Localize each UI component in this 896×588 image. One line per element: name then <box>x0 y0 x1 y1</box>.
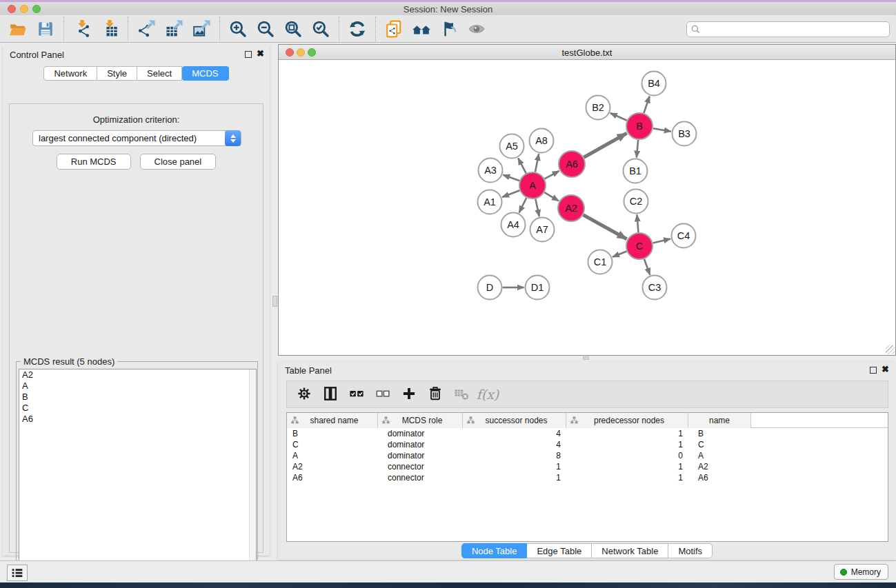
reset-view-button[interactable] <box>408 17 435 41</box>
cell-MCDS-role[interactable]: connector <box>378 472 463 483</box>
table-row[interactable]: A2connector11A2 <box>287 461 888 472</box>
delete-column-button[interactable] <box>424 383 447 405</box>
cell-name[interactable]: A2 <box>688 461 751 472</box>
node-A4[interactable]: A4 <box>501 213 526 237</box>
table-row[interactable]: Bdominator41B <box>287 428 888 439</box>
node-D[interactable]: D <box>478 276 502 300</box>
edge-A6-B[interactable] <box>584 133 626 157</box>
node-C4[interactable]: C4 <box>672 224 696 248</box>
optimization-criterion-select[interactable]: largest connected component (directed) <box>32 130 241 146</box>
edge-C-C4[interactable] <box>653 239 671 243</box>
cell-shared-name[interactable]: A2 <box>287 461 378 472</box>
mcds-result-item[interactable]: B <box>19 392 256 403</box>
edge-A-A2[interactable] <box>544 192 559 201</box>
cell-name[interactable]: A6 <box>688 472 751 483</box>
edge-B-B4[interactable] <box>644 97 649 114</box>
node-A2[interactable]: A2 <box>558 195 584 221</box>
result-list-scrollbar[interactable] <box>249 369 256 588</box>
zoom-selected-button[interactable] <box>307 17 335 41</box>
cell-MCDS-role[interactable]: dominator <box>378 450 463 461</box>
edge-A-A7[interactable] <box>535 199 539 217</box>
tab-style[interactable]: Style <box>97 66 137 81</box>
node-A6[interactable]: A6 <box>559 151 585 177</box>
close-panel-icon[interactable]: ✖ <box>257 49 264 59</box>
edge-A-A3[interactable] <box>503 175 519 181</box>
cell-shared-name[interactable]: C <box>287 439 378 450</box>
cell-predecessor-nodes[interactable]: 1 <box>566 439 688 450</box>
tab-mcds[interactable]: MCDS <box>182 66 228 81</box>
toggle-columns-button[interactable] <box>319 383 342 405</box>
network-window-titlebar[interactable]: testGlobe.txt <box>279 45 895 60</box>
table-row[interactable]: A6connector11A6 <box>287 472 888 483</box>
create-column-button[interactable] <box>397 383 421 405</box>
table-row[interactable]: Cdominator41C <box>287 439 888 450</box>
import-table-button[interactable] <box>96 17 123 41</box>
node-A8[interactable]: A8 <box>530 129 554 153</box>
function-builder-button[interactable]: f(x) <box>476 383 499 405</box>
cell-successor-nodes[interactable]: 4 <box>463 439 566 450</box>
open-session-button[interactable] <box>4 17 32 41</box>
node-C[interactable]: C <box>626 233 653 259</box>
zoom-out-button[interactable] <box>252 17 279 41</box>
node-A3[interactable]: A3 <box>479 159 503 183</box>
select-all-rows-button[interactable] <box>345 383 368 405</box>
cell-MCDS-role[interactable]: dominator <box>378 439 463 450</box>
cell-successor-nodes[interactable]: 1 <box>463 472 566 483</box>
node-table[interactable]: shared nameMCDS rolesuccessor nodesprede… <box>286 412 888 542</box>
mcds-result-item[interactable]: A <box>19 381 256 392</box>
node-C1[interactable]: C1 <box>588 250 613 274</box>
edge-A-A1[interactable] <box>502 190 519 197</box>
mcds-result-list[interactable]: A2ABCA6 <box>19 369 257 588</box>
column-header-name[interactable]: name <box>688 413 751 428</box>
vertical-splitter-handle[interactable] <box>272 296 277 307</box>
cell-name[interactable]: A <box>688 450 751 461</box>
cell-predecessor-nodes[interactable]: 1 <box>566 472 688 483</box>
edge-B-B1[interactable] <box>637 140 638 158</box>
mcds-result-item[interactable]: A2 <box>19 369 256 381</box>
show-hide-panel-button[interactable] <box>463 17 490 41</box>
node-B4[interactable]: B4 <box>642 72 666 96</box>
cell-predecessor-nodes[interactable]: 1 <box>566 428 688 439</box>
node-A1[interactable]: A1 <box>478 190 502 214</box>
table-row[interactable]: Adominator80A <box>287 450 888 461</box>
cell-MCDS-role[interactable]: connector <box>378 461 463 472</box>
cell-successor-nodes[interactable]: 8 <box>463 450 566 461</box>
tab-edge-table[interactable]: Edge Table <box>527 543 592 558</box>
task-history-button[interactable] <box>7 565 28 581</box>
edge-C-C2[interactable] <box>637 214 639 232</box>
node-C2[interactable]: C2 <box>624 190 648 214</box>
tab-network[interactable]: Network <box>43 66 97 81</box>
tab-motifs[interactable]: Motifs <box>668 543 713 558</box>
cell-predecessor-nodes[interactable]: 0 <box>566 450 688 461</box>
run-mcds-button[interactable]: Run MCDS <box>57 154 131 170</box>
edge-B-B2[interactable] <box>610 113 627 121</box>
apply-layout-button[interactable] <box>344 17 371 41</box>
edge-A-A6[interactable] <box>545 171 559 179</box>
edge-A-A5[interactable] <box>518 158 526 173</box>
horizontal-splitter-handle[interactable] <box>583 356 589 360</box>
column-header-shared-name[interactable]: shared name <box>287 413 378 428</box>
delete-table-button[interactable] <box>450 383 473 405</box>
cell-successor-nodes[interactable]: 4 <box>463 428 566 439</box>
cell-name[interactable]: C <box>688 439 751 450</box>
node-B3[interactable]: B3 <box>673 122 697 146</box>
cell-predecessor-nodes[interactable]: 1 <box>566 461 688 472</box>
tab-select[interactable]: Select <box>137 66 182 81</box>
cell-name[interactable]: B <box>688 428 751 439</box>
mcds-result-item[interactable]: A6 <box>19 414 256 425</box>
cell-shared-name[interactable]: A6 <box>287 472 378 483</box>
tab-node-table[interactable]: Node Table <box>461 543 528 558</box>
node-D1[interactable]: D1 <box>526 276 550 300</box>
clone-network-button[interactable] <box>380 17 408 41</box>
deselect-all-rows-button[interactable] <box>371 383 395 405</box>
column-settings-button[interactable] <box>292 383 316 405</box>
column-header-MCDS-role[interactable]: MCDS role <box>378 413 463 428</box>
node-A5[interactable]: A5 <box>500 134 524 159</box>
node-A[interactable]: A <box>519 172 546 199</box>
export-image-button[interactable] <box>188 17 215 41</box>
export-table-button[interactable] <box>160 17 188 41</box>
cell-MCDS-role[interactable]: dominator <box>378 428 463 439</box>
close-panel-button[interactable]: Close panel <box>140 154 217 170</box>
edge-A-A4[interactable] <box>519 198 527 213</box>
window-resize-grip[interactable] <box>886 345 895 354</box>
